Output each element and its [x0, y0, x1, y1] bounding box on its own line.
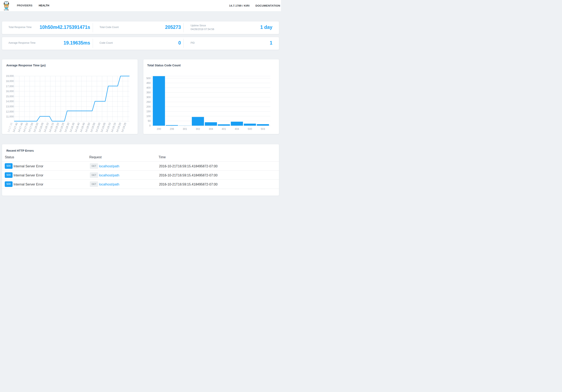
svg-text:500: 500: [248, 128, 252, 131]
svg-text:11,000: 11,000: [6, 115, 14, 118]
svg-text:19,000: 19,000: [6, 75, 14, 77]
svg-text:13,000: 13,000: [6, 105, 14, 108]
svg-text:16,000: 16,000: [6, 90, 14, 93]
svg-text:12,000: 12,000: [6, 110, 14, 113]
svg-text:304: 304: [209, 128, 213, 131]
svg-text:500: 500: [146, 77, 151, 80]
svg-text:200: 200: [146, 105, 151, 108]
svg-text:503: 503: [261, 128, 265, 131]
svg-text:302: 302: [196, 128, 200, 131]
svg-text:træfik: træfik: [4, 9, 9, 11]
svg-text:250: 250: [146, 100, 151, 103]
svg-text:14,000: 14,000: [6, 100, 14, 103]
svg-text:350: 350: [146, 91, 151, 94]
svg-text:150: 150: [146, 110, 151, 113]
svg-text:0: 0: [149, 124, 151, 127]
svg-text:18,000: 18,000: [6, 80, 14, 83]
svg-text:301: 301: [183, 128, 187, 131]
svg-text:14:19:25: 14:19:25: [121, 122, 127, 133]
svg-text:404: 404: [235, 128, 239, 131]
svg-text:100: 100: [146, 115, 151, 118]
svg-text:17,000: 17,000: [6, 85, 14, 88]
svg-text:300: 300: [146, 96, 151, 98]
svg-text:15,000: 15,000: [6, 95, 14, 98]
svg-text:50: 50: [148, 119, 151, 122]
svg-text:206: 206: [170, 128, 174, 131]
svg-text:400: 400: [146, 86, 151, 89]
svg-text:200: 200: [157, 128, 161, 131]
svg-text:450: 450: [146, 81, 151, 84]
svg-text:401: 401: [222, 128, 226, 131]
